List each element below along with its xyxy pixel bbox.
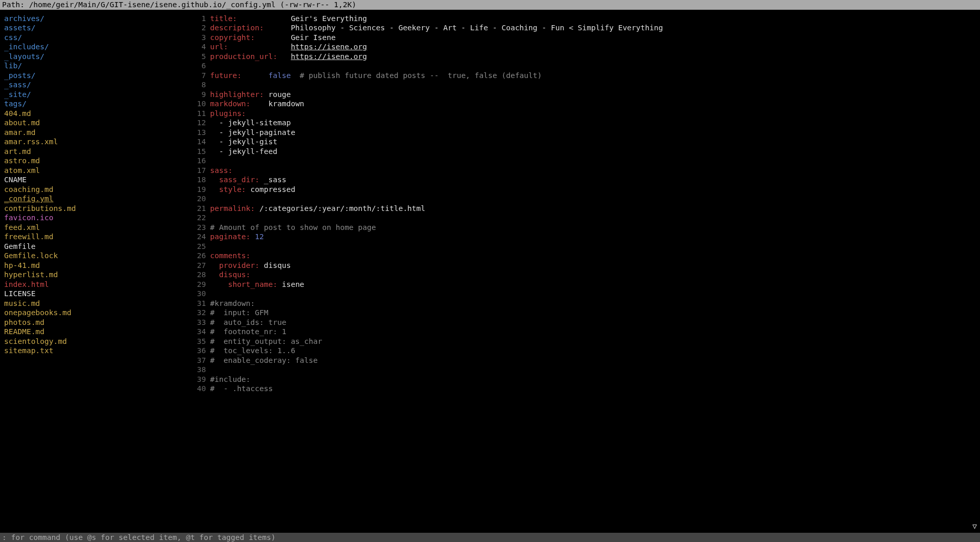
file-item[interactable]: amar.md — [4, 128, 189, 138]
editor-line[interactable]: 28 disqus: — [193, 270, 980, 280]
editor-line[interactable]: 30 — [193, 289, 980, 299]
main-area: archives/assets/css/_includes/_layouts/l… — [0, 10, 980, 533]
file-item[interactable]: contributions.md — [4, 204, 189, 214]
editor-line[interactable]: 11plugins: — [193, 109, 980, 119]
file-item[interactable]: Gemfile — [4, 242, 189, 251]
file-item[interactable]: feed.xml — [4, 223, 189, 233]
editor-line[interactable]: 35# entity_output: as_char — [193, 337, 980, 346]
line-number: 11 — [193, 109, 206, 119]
line-number: 16 — [193, 156, 206, 166]
file-item[interactable]: favicon.ico — [4, 213, 189, 223]
editor-line[interactable]: 16 — [193, 156, 980, 166]
line-number: 34 — [193, 327, 206, 337]
editor-line[interactable]: 22 — [193, 213, 980, 223]
file-item[interactable]: music.md — [4, 299, 189, 308]
editor-line[interactable]: 34# footnote_nr: 1 — [193, 327, 980, 337]
line-number: 36 — [193, 346, 206, 356]
file-item[interactable]: LICENSE — [4, 289, 189, 299]
file-item[interactable]: 404.md — [4, 109, 189, 119]
file-item[interactable]: assets/ — [4, 23, 189, 33]
editor-line[interactable]: 24paginate: 12 — [193, 232, 980, 242]
editor-line[interactable]: 1title: Geir's Everything — [193, 14, 980, 24]
file-item[interactable]: README.md — [4, 327, 189, 337]
editor-line[interactable]: 36# toc_levels: 1..6 — [193, 346, 980, 356]
editor-line[interactable]: 3copyright: Geir Isene — [193, 33, 980, 43]
editor-line[interactable]: 2description: Philosophy - Sciences - Ge… — [193, 23, 980, 33]
editor-line[interactable]: 38 — [193, 365, 980, 375]
file-item[interactable]: CNAME — [4, 175, 189, 185]
file-item[interactable]: scientology.md — [4, 337, 189, 346]
line-number: 37 — [193, 356, 206, 365]
line-number: 40 — [193, 384, 206, 394]
line-content: # - .htaccess — [210, 384, 980, 394]
editor-line[interactable]: 32# input: GFM — [193, 308, 980, 318]
line-content: comments: — [210, 251, 980, 261]
file-item[interactable]: archives/ — [4, 14, 189, 24]
editor-line[interactable]: 26comments: — [193, 251, 980, 261]
file-item[interactable]: _site/ — [4, 90, 189, 100]
editor-line[interactable]: 39#include: — [193, 375, 980, 384]
line-content — [210, 365, 980, 375]
file-item[interactable]: coaching.md — [4, 185, 189, 195]
editor-line[interactable]: 33# auto_ids: true — [193, 318, 980, 327]
editor-line[interactable]: 12 - jekyll-sitemap — [193, 118, 980, 128]
file-item[interactable]: _includes/ — [4, 42, 189, 52]
line-content: # entity_output: as_char — [210, 337, 980, 346]
editor-line[interactable]: 23# Amount of post to show on home page — [193, 223, 980, 233]
editor-line[interactable]: 19 style: compressed — [193, 185, 980, 195]
file-item[interactable]: lib/ — [4, 61, 189, 71]
editor-line[interactable]: 9highlighter: rouge — [193, 90, 980, 100]
file-item[interactable]: astro.md — [4, 156, 189, 166]
editor-line[interactable]: 15 - jekyll-feed — [193, 147, 980, 157]
line-number: 2 — [193, 23, 206, 33]
line-content: #include: — [210, 375, 980, 384]
file-list[interactable]: archives/assets/css/_includes/_layouts/l… — [0, 10, 193, 533]
editor-line[interactable]: 5production_url: https://isene.org — [193, 52, 980, 62]
editor-line[interactable]: 10markdown: kramdown — [193, 99, 980, 109]
line-content: highlighter: rouge — [210, 90, 980, 100]
editor-line[interactable]: 40# - .htaccess — [193, 384, 980, 394]
line-content: markdown: kramdown — [210, 99, 980, 109]
file-item[interactable]: _posts/ — [4, 71, 189, 81]
editor-line[interactable]: 29 short_name: isene — [193, 280, 980, 289]
file-item[interactable]: tags/ — [4, 99, 189, 109]
file-item[interactable]: _config.yml — [4, 194, 189, 204]
file-item[interactable]: css/ — [4, 33, 189, 43]
editor-line[interactable]: 20 — [193, 194, 980, 204]
editor-line[interactable]: 7future: false # publish future dated po… — [193, 71, 980, 81]
line-content: - jekyll-gist — [210, 137, 980, 147]
file-item[interactable]: sitemap.txt — [4, 346, 189, 356]
file-item[interactable]: hyperlist.md — [4, 270, 189, 280]
editor-line[interactable]: 14 - jekyll-gist — [193, 137, 980, 147]
line-number: 13 — [193, 128, 206, 138]
editor-line[interactable]: 6 — [193, 61, 980, 71]
editor-line[interactable]: 21permalink: /:categories/:year/:month/:… — [193, 204, 980, 214]
file-item[interactable]: hp-41.md — [4, 261, 189, 270]
editor-line[interactable]: 8 — [193, 80, 980, 90]
line-number: 18 — [193, 175, 206, 185]
line-content — [210, 242, 980, 251]
editor-line[interactable]: 13 - jekyll-paginate — [193, 128, 980, 138]
editor-line[interactable]: 31#kramdown: — [193, 299, 980, 308]
file-item[interactable]: Gemfile.lock — [4, 251, 189, 261]
editor-pane[interactable]: 1title: Geir's Everything2description: P… — [193, 10, 980, 533]
file-item[interactable]: freewill.md — [4, 232, 189, 242]
editor-line[interactable]: 17sass: — [193, 166, 980, 176]
line-content: url: https://isene.org — [210, 42, 980, 52]
file-item[interactable]: _layouts/ — [4, 52, 189, 62]
file-item[interactable]: index.html — [4, 280, 189, 289]
file-item[interactable]: _sass/ — [4, 80, 189, 90]
editor-line[interactable]: 4url: https://isene.org — [193, 42, 980, 52]
file-item[interactable]: art.md — [4, 147, 189, 157]
editor-line[interactable]: 18 sass_dir: _sass — [193, 175, 980, 185]
file-item[interactable]: amar.rss.xml — [4, 137, 189, 147]
file-item[interactable]: atom.xml — [4, 166, 189, 176]
editor-line[interactable]: 25 — [193, 242, 980, 251]
line-content: description: Philosophy - Sciences - Gee… — [210, 23, 980, 33]
file-item[interactable]: onepagebooks.md — [4, 308, 189, 318]
line-number: 26 — [193, 251, 206, 261]
file-item[interactable]: photos.md — [4, 318, 189, 327]
editor-line[interactable]: 27 provider: disqus — [193, 261, 980, 270]
file-item[interactable]: about.md — [4, 118, 189, 128]
editor-line[interactable]: 37# enable_coderay: false — [193, 356, 980, 365]
